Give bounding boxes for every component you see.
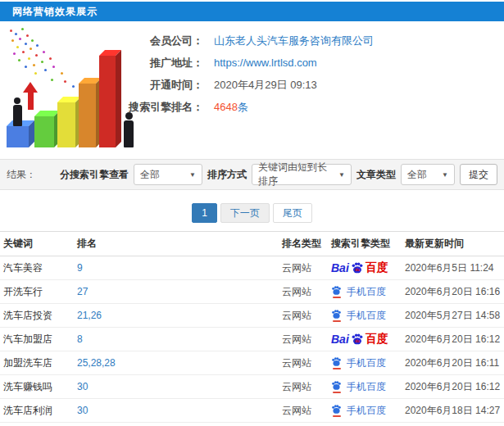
site-link[interactable]: https://www.lrtlsd.com xyxy=(214,57,317,69)
rank-type-cell: 云网站 xyxy=(279,304,328,328)
updated-cell: 2020年6月5日 11:24 xyxy=(402,256,504,280)
rank-type-cell: 云网站 xyxy=(279,351,328,375)
mobile-baidu-badge: 手机百度 xyxy=(331,404,386,418)
mobile-baidu-label: 手机百度 xyxy=(347,285,386,299)
keyword-cell: 洗车店利润 xyxy=(0,399,74,423)
article-filter-label: 文章类型 xyxy=(356,168,396,182)
sort-filter-label: 排序方式 xyxy=(207,168,247,182)
mobile-baidu-badge: 手机百度 xyxy=(331,356,386,370)
rank-link[interactable]: 30 xyxy=(77,381,88,392)
rank-cell: 21,26 xyxy=(74,304,279,328)
baidu-paw-icon: du xyxy=(351,261,364,274)
col-header-keyword: 关键词 xyxy=(0,232,74,256)
rank-cell: 30 xyxy=(74,399,279,423)
col-header-engine: 搜索引擎类型 xyxy=(328,232,402,256)
opened-value: 2020年4月29日 09:13 xyxy=(214,78,317,93)
svg-text:du: du xyxy=(355,268,360,272)
mobile-baidu-label: 手机百度 xyxy=(347,404,386,418)
engine-cell: Bai du 百度 手机百度 xyxy=(328,304,402,328)
hero-section: 会员公司： 山东老人头汽车服务咨询有限公司 推广地址： https://www.… xyxy=(0,21,504,159)
keyword-rank-table: 关键词 排名 排名类型 搜索引擎类型 最新更新时间 汽车美容 9 云网站 Bai… xyxy=(0,231,504,426)
keyword-cell: 汽车美容 xyxy=(0,256,74,280)
rank-type-cell: 云网站 xyxy=(279,328,328,351)
keyword-cell: 洗车店加盟 xyxy=(0,423,74,426)
result-label: 结果： xyxy=(7,168,36,182)
mobile-baidu-badge: 手机百度 xyxy=(331,380,386,394)
mobile-baidu-paw-icon xyxy=(331,380,342,391)
mobile-baidu-paw-icon xyxy=(331,285,342,296)
bar-chart-illustration xyxy=(0,21,148,157)
chart-bar-red xyxy=(99,56,116,147)
engine-cell: Bai du 百度 手机百度 xyxy=(328,399,402,423)
mobile-baidu-paw-icon xyxy=(331,404,342,415)
pagination: 1 下一页 尾页 xyxy=(0,203,504,223)
svg-text:du: du xyxy=(355,339,360,343)
chevron-down-icon: ▼ xyxy=(334,171,345,179)
next-page-button[interactable]: 下一页 xyxy=(220,203,270,223)
engine-filter-label: 分搜索引擎查看 xyxy=(60,168,129,182)
engine-cell: Bai du 百度 手机百度 xyxy=(328,375,402,399)
paw-underline xyxy=(333,297,341,298)
ranking-label: 搜索引擎排名： xyxy=(128,100,203,115)
rank-cell: 8 xyxy=(74,328,279,351)
mobile-baidu-badge: 手机百度 xyxy=(331,285,386,299)
rank-link[interactable]: 21,26 xyxy=(77,310,102,321)
updated-cell: 2020年6月18日 14:27 xyxy=(402,399,504,423)
engine-cell: Bai du 百度 手机百度 xyxy=(328,423,402,426)
up-arrow-icon xyxy=(23,82,38,110)
col-header-rank-type: 排名类型 xyxy=(279,232,328,256)
updated-cell: 2020年5月27日 14:58 xyxy=(402,304,504,328)
article-filter-value: 全部 xyxy=(407,168,427,182)
page-title: 网络营销效果展示 xyxy=(12,5,98,19)
keyword-cell: 洗车店投资 xyxy=(0,304,74,328)
table-row: 汽车加盟店 8 云网站 Bai du 百度 xyxy=(0,328,504,351)
engine-cell: Bai du 百度 手机百度 xyxy=(328,351,402,375)
chart-bar-green xyxy=(34,116,54,147)
baidu-paw-icon: du xyxy=(351,333,364,346)
engine-cell: Bai du 百度 手机百度 xyxy=(328,328,402,351)
rank-link[interactable]: 9 xyxy=(77,262,83,274)
rank-link[interactable]: 30 xyxy=(77,405,88,416)
page-1-button[interactable]: 1 xyxy=(192,203,217,223)
keyword-cell: 洗车赚钱吗 xyxy=(0,375,74,399)
mobile-baidu-label: 手机百度 xyxy=(347,356,386,370)
rank-link[interactable]: 27 xyxy=(77,286,88,297)
mobile-baidu-paw-icon xyxy=(331,356,342,367)
updated-cell: 2020年6月18日 14:30 xyxy=(402,423,504,426)
engine-cell: Bai du 百度 手机百度 xyxy=(328,280,402,304)
last-page-button[interactable]: 尾页 xyxy=(273,203,312,223)
article-filter-select[interactable]: 全部 ▼ xyxy=(401,164,455,185)
page-header-bar: 网络营销效果展示 xyxy=(0,2,504,21)
rank-cell: 25,28,28 xyxy=(74,351,279,375)
mobile-baidu-paw-icon xyxy=(331,309,342,320)
col-header-rank: 排名 xyxy=(74,232,279,256)
paw-underline xyxy=(333,320,341,322)
rank-link[interactable]: 8 xyxy=(77,333,83,345)
opened-label: 开通时间： xyxy=(128,78,203,93)
paw-underline xyxy=(333,368,341,369)
info-row-ranking: 搜索引擎排名： 4648条 xyxy=(128,96,374,118)
mobile-baidu-badge: 手机百度 xyxy=(331,309,386,323)
mobile-baidu-label: 手机百度 xyxy=(347,309,386,323)
rank-type-cell: 云网站 xyxy=(279,399,328,423)
updated-cell: 2020年6月20日 16:12 xyxy=(402,328,504,351)
engine-filter-select[interactable]: 全部 ▼ xyxy=(134,164,202,185)
col-header-updated: 最新更新时间 xyxy=(402,232,504,256)
sort-filter-select[interactable]: 关键词由短到长排序 ▼ xyxy=(252,164,352,185)
table-row: 洗车赚钱吗 30 云网站 Bai du 百度 xyxy=(0,375,504,399)
table-row: 汽车美容 9 云网站 Bai du 百度 xyxy=(0,256,504,280)
ranking-count: 4648 xyxy=(214,101,238,113)
rank-type-cell: 云网站 xyxy=(279,256,328,280)
chart-bar-yellow xyxy=(57,102,75,147)
info-row-company: 会员公司： 山东老人头汽车服务咨询有限公司 xyxy=(128,29,374,52)
rank-cell: 9 xyxy=(74,256,279,280)
businessman-figure-left xyxy=(11,97,24,126)
site-label: 推广地址： xyxy=(128,56,203,70)
submit-button[interactable]: 提交 xyxy=(460,164,497,185)
rank-link[interactable]: 25,28,28 xyxy=(77,357,116,369)
rank-type-cell: 云网站 xyxy=(279,280,328,304)
rank-cell: 3 xyxy=(74,423,279,426)
chart-bar-orange xyxy=(79,84,96,147)
company-link[interactable]: 山东老人头汽车服务咨询有限公司 xyxy=(214,34,374,47)
member-info: 会员公司： 山东老人头汽车服务咨询有限公司 推广地址： https://www.… xyxy=(128,29,374,118)
